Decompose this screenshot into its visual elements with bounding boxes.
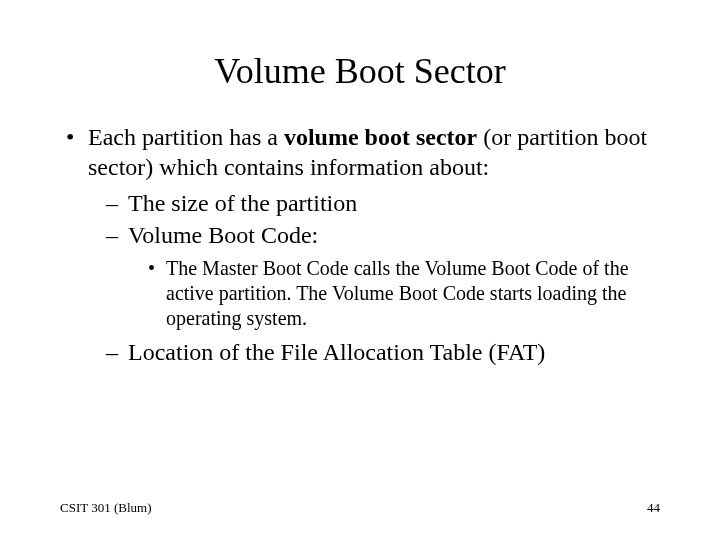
footer-left: CSIT 301 (Blum)	[60, 500, 152, 516]
sub-item-1: The size of the partition	[106, 188, 660, 218]
sub-list: The size of the partition Volume Boot Co…	[106, 188, 660, 367]
sub3-text: Location of the File Allocation Table (F…	[128, 339, 545, 365]
slide: Volume Boot Sector Each partition has a …	[0, 0, 720, 540]
bullet-list: Each partition has a volume boot sector …	[60, 122, 660, 367]
bullet-item-1: Each partition has a volume boot sector …	[60, 122, 660, 367]
subsub-item: The Master Boot Code calls the Volume Bo…	[146, 256, 660, 331]
bullet1-bold: volume boot sector	[284, 124, 477, 150]
slide-title: Volume Boot Sector	[60, 50, 660, 92]
subsub-list: The Master Boot Code calls the Volume Bo…	[146, 256, 660, 331]
sub-item-2: Volume Boot Code: The Master Boot Code c…	[106, 220, 660, 331]
sub2-text: Volume Boot Code:	[128, 222, 318, 248]
sub-item-3: Location of the File Allocation Table (F…	[106, 337, 660, 367]
bullet1-pre: Each partition has a	[88, 124, 284, 150]
subsub-text: The Master Boot Code calls the Volume Bo…	[166, 257, 629, 329]
sub1-text: The size of the partition	[128, 190, 357, 216]
slide-number: 44	[647, 500, 660, 516]
